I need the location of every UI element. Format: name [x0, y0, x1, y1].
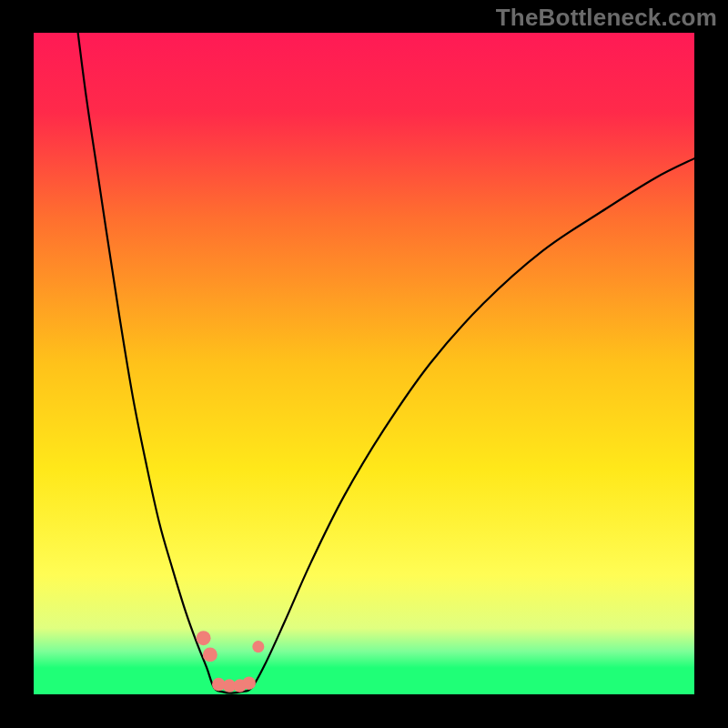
watermark-text: TheBottleneck.com	[496, 4, 717, 32]
marker-right-small	[252, 641, 264, 652]
plot-area	[34, 33, 694, 694]
outer-frame: TheBottleneck.com	[0, 0, 728, 728]
gradient-background	[34, 33, 694, 694]
marker-left-cluster-upper	[197, 631, 211, 645]
marker-bottom-4	[242, 676, 256, 690]
marker-left-cluster-lower	[203, 647, 217, 662]
chart-svg	[34, 33, 694, 694]
